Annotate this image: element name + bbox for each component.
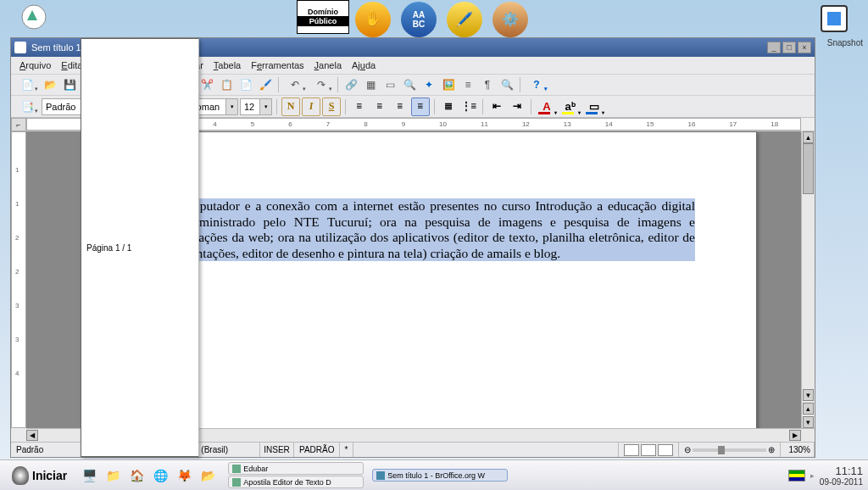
ql-browser-icon[interactable]: 🌐 <box>150 465 170 486</box>
status-view-layout[interactable] <box>619 443 679 457</box>
tux-icon <box>12 466 29 485</box>
ql-folder-icon[interactable]: 📂 <box>198 465 218 486</box>
document-text-selection[interactable]: O computador e a conexão com a internet … <box>163 198 695 261</box>
increase-indent-button[interactable]: ⇥ <box>508 97 526 116</box>
view-single-icon[interactable] <box>624 444 639 456</box>
help-button[interactable]: ? <box>524 75 549 94</box>
undo-button[interactable]: ↶ <box>282 75 308 94</box>
vertical-ruler[interactable]: 1122334 <box>11 131 26 428</box>
launcher-icon-1[interactable]: ✋ <box>355 2 391 37</box>
menu-tabela[interactable]: Tabela <box>209 58 246 72</box>
snapshot-icon[interactable] <box>821 5 848 32</box>
dominio-text-top: Domínio <box>308 8 338 16</box>
underline-button[interactable]: S <box>322 97 341 116</box>
system-tray: ▸ 11:11 09-09-2011 <box>788 465 863 487</box>
numbering-button[interactable]: ≣ <box>439 97 458 116</box>
close-button[interactable]: × <box>798 42 811 53</box>
scroll-left-button[interactable]: ◀ <box>26 430 38 441</box>
start-label: Iniciar <box>32 469 67 482</box>
task-broffice[interactable]: Sem título 1 - BrOffice.org W <box>372 469 508 482</box>
ql-desktop-icon[interactable]: 🖥️ <box>79 465 99 486</box>
new-button[interactable]: 📄 <box>14 75 40 94</box>
task-icon <box>376 471 385 480</box>
menu-arquivo[interactable]: Arquivo <box>14 58 56 72</box>
cut-button[interactable]: ✂️ <box>198 75 216 94</box>
align-left-button[interactable]: ≡ <box>350 97 369 116</box>
prev-page-button[interactable]: ▴ <box>803 403 814 415</box>
zoom-button[interactable]: 🔍 <box>498 75 516 94</box>
redo-button[interactable]: ↷ <box>309 75 334 94</box>
menu-ferramentas[interactable]: Ferramentas <box>246 58 309 72</box>
vertical-scrollbar[interactable]: ▲ ▼ ▴ ▾ <box>801 131 815 428</box>
status-zoom-percent[interactable]: 130% <box>781 443 815 457</box>
maximize-button[interactable]: □ <box>782 42 796 53</box>
nonprinting-button[interactable]: ¶ <box>478 75 497 94</box>
zoom-slider[interactable] <box>693 448 766 452</box>
zoom-in-icon[interactable]: ⊕ <box>768 445 775 454</box>
dominio-publico-icon[interactable]: Domínio Público <box>297 0 349 34</box>
align-right-button[interactable]: ≡ <box>391 97 409 116</box>
highlight-color-button[interactable]: aᵇ <box>559 97 581 116</box>
align-justify-button[interactable]: ≡ <box>411 97 430 116</box>
font-color-button[interactable]: A <box>536 97 558 116</box>
status-bar: Página 1 / 1 Padrão Português (Brasil) I… <box>11 442 815 457</box>
styles-button[interactable]: 📑 <box>14 97 40 116</box>
next-page-button[interactable]: ▾ <box>803 416 814 428</box>
scroll-up-button[interactable]: ▲ <box>803 131 814 143</box>
dominio-text-bot: Público <box>298 16 348 26</box>
launcher-icon-3[interactable]: 🖊️ <box>447 2 482 37</box>
scroll-right-button[interactable]: ▶ <box>789 430 801 441</box>
zoom-out-icon[interactable]: ⊖ <box>684 445 691 454</box>
desktop-app-icon[interactable] <box>20 3 47 31</box>
datasources-button[interactable]: ≡ <box>459 75 477 94</box>
status-modified[interactable]: * <box>340 443 353 457</box>
show-draw-button[interactable]: ▭ <box>381 75 399 94</box>
font-size-combo[interactable]: 12▾ <box>240 98 272 115</box>
start-button[interactable]: Iniciar <box>5 465 74 487</box>
paste-button[interactable]: 📄 <box>236 75 255 94</box>
save-button[interactable]: 💾 <box>60 75 79 94</box>
decrease-indent-button[interactable]: ⇤ <box>487 97 506 116</box>
task-icon <box>232 465 241 473</box>
ql-home-icon[interactable]: 🏠 <box>126 465 147 486</box>
menu-janela[interactable]: Janela <box>309 58 347 72</box>
status-zoom-slider[interactable]: ⊖ ⊕ <box>679 443 781 457</box>
scroll-down-button[interactable]: ▼ <box>803 389 814 401</box>
ql-firefox-icon[interactable]: 🦊 <box>174 465 194 486</box>
status-selection-mode[interactable]: PADRÃO <box>294 443 340 457</box>
taskbar: Iniciar 🖥️ 📁 🏠 🌐 🦊 📂 Edubar Apostila Edi… <box>0 459 868 490</box>
task-icon <box>232 478 241 487</box>
status-insert[interactable]: INSER <box>260 443 294 457</box>
view-multi-icon[interactable] <box>641 444 656 456</box>
navigator-button[interactable]: ✦ <box>420 75 438 94</box>
bold-button[interactable]: N <box>281 97 300 116</box>
tray-clock[interactable]: 11:11 09-09-2011 <box>820 465 863 487</box>
ql-files-icon[interactable]: 📁 <box>103 465 123 486</box>
align-center-button[interactable]: ≡ <box>370 97 389 116</box>
keyboard-layout-icon[interactable] <box>788 470 805 482</box>
find-button[interactable]: 🔍 <box>400 75 419 94</box>
copy-button[interactable]: 📋 <box>217 75 236 94</box>
table-button[interactable]: ▦ <box>361 75 380 94</box>
taskbar-group-1: Edubar Apostila Editor de Texto D <box>228 462 364 488</box>
task-edubar[interactable]: Edubar <box>228 462 364 475</box>
desktop-launcher-row: Domínio Público ✋ AABC 🖊️ ⚙️ <box>297 0 532 38</box>
launcher-icon-4[interactable]: ⚙️ <box>492 2 528 37</box>
minimize-button[interactable]: _ <box>767 42 781 53</box>
view-book-icon[interactable] <box>658 444 673 456</box>
status-page[interactable]: Página 1 / 1 <box>81 38 199 457</box>
format-paintbrush-button[interactable]: 🖌️ <box>256 75 275 94</box>
scroll-thumb[interactable] <box>803 143 814 194</box>
bullets-button[interactable]: ⋮≡ <box>459 97 478 116</box>
gallery-button[interactable]: 🖼️ <box>439 75 458 94</box>
status-spacer <box>353 443 619 457</box>
open-button[interactable]: 📂 <box>41 75 59 94</box>
italic-button[interactable]: I <box>302 97 320 116</box>
task-apostila[interactable]: Apostila Editor de Texto D <box>228 476 364 488</box>
background-color-button[interactable]: ▭ <box>583 97 605 116</box>
tray-expand-icon[interactable]: ▸ <box>810 471 815 480</box>
hyperlink-button[interactable]: 🔗 <box>342 75 360 94</box>
launcher-icon-2[interactable]: AABC <box>401 2 437 37</box>
ruler-corner: ⌐ <box>11 118 26 131</box>
menu-ajuda[interactable]: Ajuda <box>347 58 381 72</box>
